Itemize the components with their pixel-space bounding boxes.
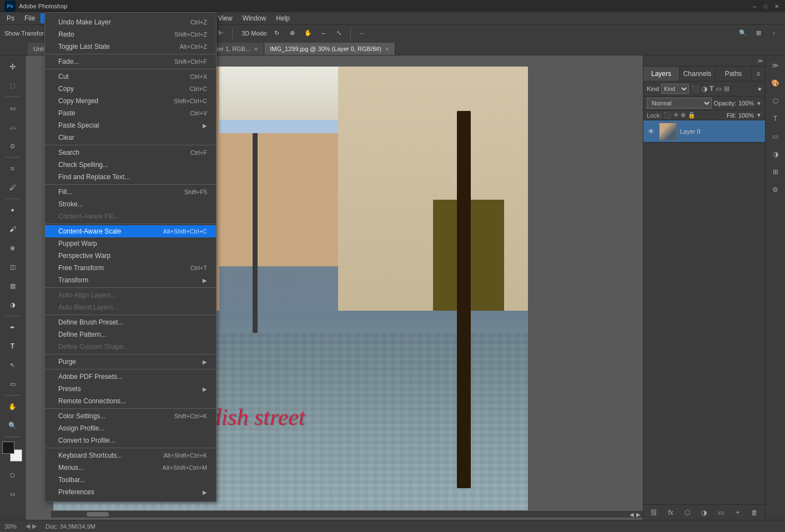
add-mask-button[interactable]: ⬡	[681, 506, 693, 519]
menu-perspective-warp[interactable]: Perspective Warp	[45, 250, 216, 262]
tab-channels[interactable]: Channels	[680, 67, 716, 81]
scroll-status-left[interactable]: ◀	[26, 523, 30, 530]
far-right-collapse[interactable]: ≫	[768, 58, 783, 73]
menu-paste-special[interactable]: Paste Special ▶	[45, 119, 216, 131]
menu-define-brush[interactable]: Define Brush Preset...	[45, 316, 216, 328]
shape-tool[interactable]: ▭	[4, 375, 22, 393]
far-right-btn-3[interactable]: T	[768, 111, 783, 126]
3d-scale-button[interactable]: ⤡	[333, 27, 346, 40]
menu-assign-profile[interactable]: Assign Profile...	[45, 422, 216, 434]
menu-help[interactable]: Help	[271, 13, 294, 23]
new-group-button[interactable]: ▭	[715, 506, 727, 519]
lock-artboard-button[interactable]: ⊕	[681, 112, 686, 119]
lock-position-button[interactable]: ✛	[673, 112, 678, 119]
menu-puppet-warp[interactable]: Puppet Warp	[45, 237, 216, 250]
menu-check-spelling[interactable]: Check Spelling...	[45, 159, 216, 171]
search-button[interactable]: 🔍	[736, 27, 749, 40]
panel-menu-button[interactable]: ≡	[752, 67, 765, 81]
menu-file[interactable]: File	[20, 13, 39, 23]
horizontal-scrollbar[interactable]: ◀ ▶	[51, 511, 643, 518]
menu-remote-connections[interactable]: Remote Connections...	[45, 395, 216, 407]
layer-link-button[interactable]: ⛓	[648, 506, 660, 519]
marquee-tool[interactable]: ▭	[4, 99, 22, 117]
far-right-btn-6[interactable]: ⊞	[768, 164, 783, 180]
share-button[interactable]: ↑	[767, 27, 781, 40]
tab-layers[interactable]: Layers	[643, 67, 680, 81]
menu-copy-merged[interactable]: Copy Merged Shift+Ctrl+C	[45, 95, 216, 107]
menu-keyboard-shortcuts[interactable]: Keyboard Shortcuts... Alt+Shift+Ctrl+K	[45, 449, 216, 462]
screen-mode-tool[interactable]: ▭	[4, 485, 22, 503]
hand-tool[interactable]: ✋	[4, 398, 22, 416]
layer-visibility-toggle[interactable]: 👁	[647, 127, 656, 136]
far-right-btn-1[interactable]: 🎨	[768, 75, 783, 91]
text-tool[interactable]: T	[4, 337, 22, 355]
scroll-right[interactable]: ▶	[636, 511, 641, 518]
menu-clear[interactable]: Clear	[45, 131, 216, 144]
far-right-btn-7[interactable]: ⚙	[768, 182, 783, 197]
artboard-tool[interactable]: ⬚	[4, 77, 22, 94]
lock-pixels-button[interactable]: ⬛	[663, 112, 671, 119]
clone-tool[interactable]: ⊕	[4, 239, 22, 257]
tab-close-img1299[interactable]: ✕	[385, 46, 389, 52]
crop-tool[interactable]: ⌗	[4, 160, 22, 178]
blend-mode-select[interactable]: Normal Multiply Screen	[647, 98, 712, 109]
zoom-tool[interactable]: 🔍	[4, 417, 22, 434]
new-adjustment-button[interactable]: ◑	[698, 506, 710, 519]
menu-transform[interactable]: Transform ▶	[45, 274, 216, 286]
filter-pixel-icon[interactable]: ⬛	[691, 85, 700, 93]
menu-paste[interactable]: Paste Ctrl+V	[45, 107, 216, 119]
scroll-left[interactable]: ◀	[630, 511, 634, 518]
eraser-tool[interactable]: ◫	[4, 258, 22, 276]
filter-smart-icon[interactable]: ⊞	[724, 85, 729, 93]
maximize-button[interactable]: □	[762, 2, 769, 10]
menu-color-settings[interactable]: Color Settings... Shift+Ctrl+K	[45, 410, 216, 422]
move-tool[interactable]: ✛	[4, 58, 22, 75]
foreground-color[interactable]	[2, 442, 14, 454]
menu-toggle-last-state[interactable]: Toggle Last State Alt+Ctrl+Z	[45, 40, 216, 53]
filter-text-icon[interactable]: T	[709, 85, 713, 93]
menu-view[interactable]: View	[214, 13, 237, 23]
far-right-btn-5[interactable]: ◑	[768, 146, 783, 162]
new-layer-button[interactable]: +	[732, 506, 744, 519]
menu-ps[interactable]: Ps	[2, 13, 19, 23]
workspace-button[interactable]: ⊞	[752, 27, 765, 40]
filter-shape-icon[interactable]: ▭	[716, 85, 722, 93]
menu-search[interactable]: Search Ctrl+F	[45, 146, 216, 159]
menu-content-aware-scale[interactable]: Content-Aware Scale Alt+Shift+Ctrl+C	[45, 225, 216, 237]
menu-cut[interactable]: Cut Ctrl+X	[45, 70, 216, 83]
menu-fill[interactable]: Fill... Shift+F5	[45, 186, 216, 198]
3d-rotate-button[interactable]: ↻	[270, 27, 284, 40]
lasso-tool[interactable]: ⌓	[4, 118, 22, 136]
tab-img1299[interactable]: IMG_1299.jpg @ 30% (Layer 0, RGB/8#) ✕	[264, 43, 395, 55]
pen-tool[interactable]: ✒	[4, 318, 22, 336]
tab-paths[interactable]: Paths	[716, 67, 752, 81]
menu-undo-make-layer[interactable]: Undo Make Layer Ctrl+Z	[45, 16, 216, 28]
delete-layer-button[interactable]: 🗑	[748, 506, 761, 519]
menu-define-pattern[interactable]: Define Pattern...	[45, 328, 216, 341]
menu-convert-profile[interactable]: Convert to Profile...	[45, 434, 216, 447]
add-style-button[interactable]: fx	[665, 506, 677, 519]
quick-select-tool[interactable]: ⊙	[4, 137, 22, 155]
tab-close-untitled3[interactable]: ✕	[254, 46, 258, 52]
3d-slide-button[interactable]: ↔	[317, 27, 330, 40]
far-right-btn-4[interactable]: ▭	[768, 129, 783, 144]
menu-auto-blend[interactable]: Auto-Blend Layers...	[45, 301, 216, 313]
menu-find-replace[interactable]: Find and Replace Text...	[45, 171, 216, 183]
menu-presets[interactable]: Presets ▶	[45, 383, 216, 395]
color-swatches[interactable]	[2, 442, 23, 463]
gradient-tool[interactable]: ▥	[4, 277, 22, 295]
3d-roll-button[interactable]: ⊕	[286, 27, 299, 40]
menu-toolbar[interactable]: Toolbar...	[45, 474, 216, 486]
menu-purge[interactable]: Purge ▶	[45, 356, 216, 368]
3d-drag-button[interactable]: ✋	[301, 27, 315, 40]
scroll-status-right[interactable]: ▶	[32, 523, 37, 530]
menu-free-transform[interactable]: Free Transform Ctrl+T	[45, 262, 216, 274]
lock-all-button[interactable]: 🔒	[688, 112, 696, 119]
path-select-tool[interactable]: ↖	[4, 356, 22, 374]
menu-menus[interactable]: Menus... Alt+Shift+Ctrl+M	[45, 462, 216, 474]
menu-pdf-presets[interactable]: Adobe PDF Presets...	[45, 371, 216, 383]
quick-mask-tool[interactable]: ⬡	[4, 466, 22, 484]
menu-copy[interactable]: Copy Ctrl+C	[45, 83, 216, 95]
fill-chevron[interactable]: ▼	[756, 112, 762, 118]
minimize-button[interactable]: –	[751, 2, 758, 10]
